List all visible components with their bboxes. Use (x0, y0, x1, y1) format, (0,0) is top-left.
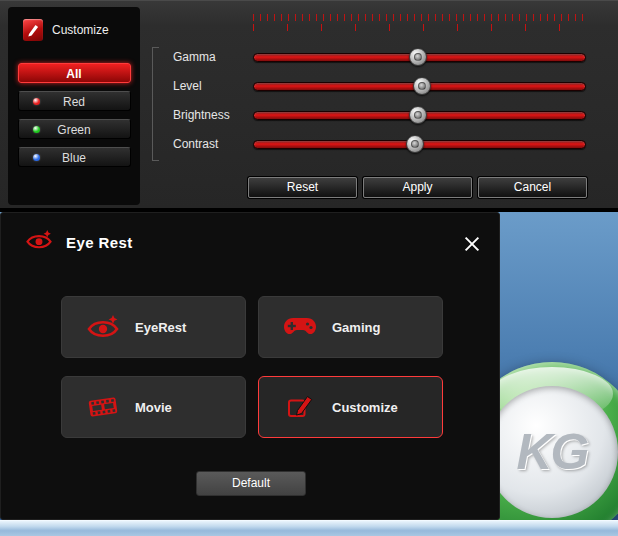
brightness-slider-knob[interactable] (409, 106, 427, 124)
default-button[interactable]: Default (196, 471, 306, 496)
channel-button-blue[interactable]: Blue (18, 147, 131, 167)
screen: Customize All Red Green Blue (0, 0, 618, 536)
channel-sidebar: Customize All Red Green Blue (8, 7, 140, 205)
gamma-slider-knob[interactable] (409, 48, 427, 66)
close-button[interactable] (461, 233, 483, 255)
dialog-title: Eye Rest (66, 234, 133, 251)
brightness-slider[interactable] (253, 105, 590, 125)
channel-label: Red (63, 95, 85, 109)
level-slider-knob[interactable] (413, 77, 431, 95)
gamma-slider[interactable] (253, 47, 590, 67)
eye-rest-icon (25, 229, 53, 255)
kg-logo-inner: KG (486, 386, 618, 518)
eye-rest-dialog: Eye Rest EyeRest (0, 212, 500, 520)
mode-button-gaming[interactable]: Gaming (258, 296, 443, 358)
gamma-slider-row: Gamma (160, 47, 590, 67)
level-label: Level (173, 79, 253, 93)
mode-button-movie[interactable]: Movie (61, 376, 246, 438)
windows-taskbar[interactable] (0, 520, 618, 536)
panel-title: Customize (8, 7, 140, 41)
contrast-slider-row: Contrast (160, 134, 590, 154)
mode-label: EyeRest (135, 320, 186, 335)
ruler-major-ticks (253, 24, 586, 31)
mode-label: Movie (135, 400, 172, 415)
gamepad-icon (281, 316, 319, 338)
channel-button-green[interactable]: Green (18, 119, 131, 139)
customize-panel: Customize All Red Green Blue (0, 0, 618, 210)
gamma-label: Gamma (173, 50, 253, 64)
mode-label: Gaming (332, 320, 380, 335)
channel-button-red[interactable]: Red (18, 91, 131, 111)
contrast-label: Contrast (173, 137, 253, 151)
slider-rows: Gamma Level Brightness (160, 47, 590, 163)
dialog-header: Eye Rest (1, 213, 499, 255)
film-icon (84, 395, 122, 419)
eye-icon (84, 314, 122, 340)
channel-label: Green (57, 123, 90, 137)
channel-label: Blue (62, 151, 86, 165)
pencil-icon (281, 394, 319, 420)
panel-title-label: Customize (52, 23, 109, 37)
mode-label: Customize (332, 400, 398, 415)
kg-logo-text: KG (517, 423, 588, 481)
contrast-slider[interactable] (253, 134, 590, 154)
cancel-button[interactable]: Cancel (478, 177, 587, 198)
channel-label: All (66, 67, 81, 81)
contrast-slider-knob[interactable] (406, 135, 424, 153)
mode-grid: EyeRest Gaming (61, 296, 443, 438)
action-buttons: Reset Apply Cancel (160, 177, 587, 198)
apply-button[interactable]: Apply (363, 177, 472, 198)
sliders-area: Gamma Level Brightness (160, 1, 590, 211)
brightness-slider-row: Brightness (160, 105, 590, 125)
channel-list: All Red Green Blue (8, 63, 140, 167)
blue-dot-icon (33, 154, 40, 161)
brightness-label: Brightness (173, 108, 253, 122)
ruler-minor-ticks (253, 14, 586, 21)
red-dot-icon (33, 98, 40, 105)
mode-button-eyerest[interactable]: EyeRest (61, 296, 246, 358)
level-slider-row: Level (160, 76, 590, 96)
customize-pencil-icon (23, 19, 43, 41)
slider-ruler (253, 14, 586, 31)
level-slider[interactable] (253, 76, 590, 96)
mode-button-customize[interactable]: Customize (258, 376, 443, 438)
channel-button-all[interactable]: All (18, 63, 131, 83)
green-dot-icon (33, 126, 40, 133)
reset-button[interactable]: Reset (248, 177, 357, 198)
